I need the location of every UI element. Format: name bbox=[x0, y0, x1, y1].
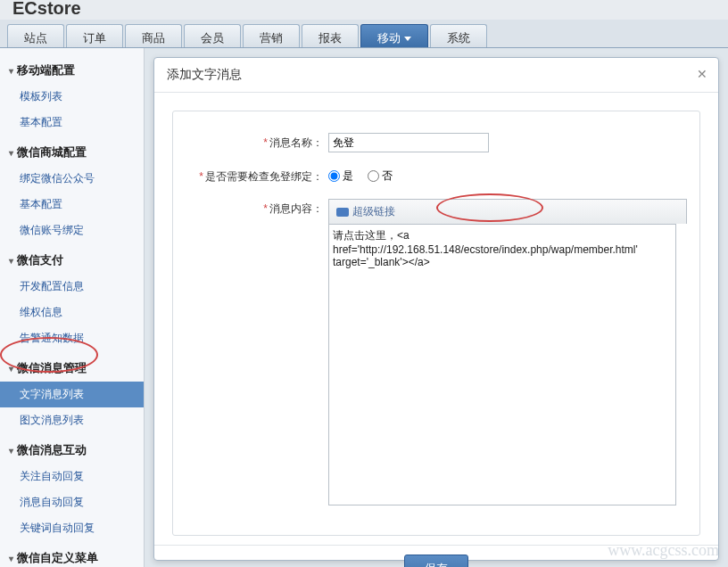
sidebar-item-告警通知数据[interactable]: 告警通知数据 bbox=[0, 325, 144, 351]
sidebar-group-微信支付[interactable]: 微信支付 bbox=[0, 247, 144, 274]
sidebar: 移动端配置模板列表基本配置微信商城配置绑定微信公众号基本配置微信账号绑定微信支付… bbox=[0, 48, 145, 567]
label-check-binding: *是否需要检查免登绑定： bbox=[186, 167, 328, 185]
tab-系统[interactable]: 系统 bbox=[430, 24, 487, 47]
sidebar-item-图文消息列表[interactable]: 图文消息列表 bbox=[0, 407, 144, 433]
sidebar-item-关键词自动回复[interactable]: 关键词自动回复 bbox=[0, 515, 144, 541]
main-content: 添加文字消息 ✕ *消息名称： *是否需要检查免登绑定： 是 否 bbox=[145, 48, 728, 567]
tab-商品[interactable]: 商品 bbox=[125, 24, 182, 47]
sidebar-item-维权信息[interactable]: 维权信息 bbox=[0, 300, 144, 325]
sidebar-item-绑定微信公众号[interactable]: 绑定微信公众号 bbox=[0, 166, 144, 192]
tab-会员[interactable]: 会员 bbox=[184, 24, 241, 47]
toolbar-hyperlink-button[interactable]: 超级链接 bbox=[352, 204, 395, 219]
sidebar-item-开发配置信息[interactable]: 开发配置信息 bbox=[0, 274, 144, 300]
sidebar-item-微信账号绑定[interactable]: 微信账号绑定 bbox=[0, 218, 144, 243]
dialog-title: 添加文字消息 bbox=[154, 58, 718, 93]
sidebar-group-微信消息互动[interactable]: 微信消息互动 bbox=[0, 437, 144, 464]
radio-no[interactable]: 否 bbox=[368, 168, 393, 184]
sidebar-group-移动端配置[interactable]: 移动端配置 bbox=[0, 57, 144, 84]
tab-移动[interactable]: 移动 bbox=[360, 24, 428, 47]
label-message-name: *消息名称： bbox=[186, 133, 328, 151]
textarea-message-content[interactable] bbox=[328, 224, 676, 505]
sidebar-item-文字消息列表[interactable]: 文字消息列表 bbox=[0, 382, 144, 407]
sidebar-item-基本配置[interactable]: 基本配置 bbox=[0, 110, 144, 136]
tab-营销[interactable]: 营销 bbox=[243, 24, 300, 47]
dialog-add-text-message: 添加文字消息 ✕ *消息名称： *是否需要检查免登绑定： 是 否 bbox=[153, 57, 719, 561]
sidebar-item-消息自动回复[interactable]: 消息自动回复 bbox=[0, 489, 144, 515]
tab-报表[interactable]: 报表 bbox=[302, 24, 359, 47]
radio-yes[interactable]: 是 bbox=[328, 168, 353, 184]
sidebar-item-关注自动回复[interactable]: 关注自动回复 bbox=[0, 464, 144, 489]
brand-logo: ECstore bbox=[12, 0, 728, 16]
top-tabs: 站点订单商品会员营销报表移动系统 bbox=[0, 20, 728, 48]
save-button[interactable]: 保存 bbox=[404, 555, 468, 567]
chevron-down-icon bbox=[404, 37, 411, 41]
dialog-close-button[interactable]: ✕ bbox=[697, 67, 707, 81]
sidebar-item-基本配置[interactable]: 基本配置 bbox=[0, 192, 144, 218]
editor-toolbar: 超级链接 bbox=[328, 199, 687, 224]
link-icon[interactable] bbox=[336, 208, 349, 217]
input-message-name[interactable] bbox=[328, 133, 489, 152]
sidebar-group-微信消息管理[interactable]: 微信消息管理 bbox=[0, 355, 144, 382]
sidebar-item-模板列表[interactable]: 模板列表 bbox=[0, 84, 144, 110]
sidebar-group-微信商城配置[interactable]: 微信商城配置 bbox=[0, 139, 144, 166]
tab-站点[interactable]: 站点 bbox=[7, 24, 64, 47]
sidebar-group-微信自定义菜单[interactable]: 微信自定义菜单 bbox=[0, 545, 144, 567]
tab-订单[interactable]: 订单 bbox=[66, 24, 123, 47]
label-message-content: *消息内容： bbox=[186, 199, 328, 217]
